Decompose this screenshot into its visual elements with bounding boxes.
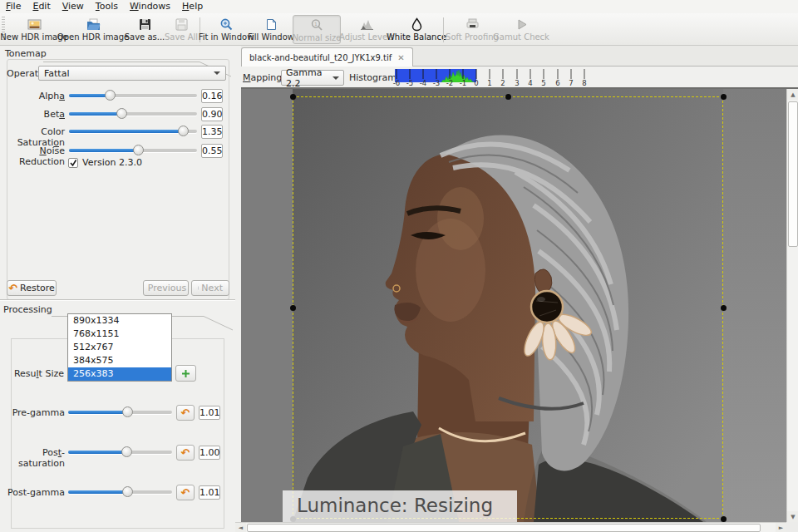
post-gamma-slider[interactable] — [68, 490, 172, 494]
histogram-tick-label: 0 — [474, 79, 478, 87]
vertical-scroll-thumb[interactable] — [788, 101, 798, 247]
slider-handle[interactable] — [121, 446, 132, 457]
adjust-levels-icon — [360, 17, 374, 32]
normal-size-button[interactable]: 1 Normal size — [293, 15, 341, 44]
version-230-checkbox[interactable]: Version 2.3.0 — [68, 157, 142, 168]
histogram-tick-label: 7 — [569, 79, 573, 87]
pre-gamma-slider[interactable] — [68, 411, 172, 414]
gamut-check-button[interactable]: Gamut Check — [497, 15, 545, 44]
alpha-label: Alpha — [3, 91, 65, 101]
slider-handle[interactable] — [133, 145, 144, 155]
slider-handle[interactable] — [116, 108, 127, 119]
save-all-icon — [175, 17, 189, 32]
image-tab[interactable]: black-and-beautiful_t20_JYK1x9.tif ✕ — [241, 47, 413, 66]
next-button[interactable]: Next — [191, 280, 229, 296]
color-saturation-slider[interactable] — [69, 130, 197, 133]
new-hdr-image-button[interactable]: New HDR image — [7, 15, 62, 44]
size-option[interactable]: 512x767 — [68, 341, 171, 354]
selection-handle-top-right[interactable] — [721, 94, 727, 100]
histogram-tick-label: 1 — [487, 79, 491, 87]
post-saturation-slider[interactable] — [68, 451, 172, 454]
scroll-left-icon[interactable]: ◄ — [235, 523, 246, 532]
toolbar-label: White Balance — [387, 32, 446, 42]
mapping-combobox[interactable]: Gamma 2.2 — [281, 70, 344, 86]
histogram-tick-label: -2 — [446, 79, 453, 87]
toolbar-separator — [443, 17, 444, 42]
save-as-button[interactable]: Save as... — [126, 15, 164, 44]
selection-handle-bottom-right[interactable] — [721, 516, 727, 522]
slider-handle[interactable] — [105, 90, 116, 101]
menu-edit[interactable]: Edit — [27, 0, 56, 13]
scroll-right-icon[interactable]: ► — [776, 523, 786, 532]
undo-icon: ↶ — [181, 407, 190, 418]
fit-in-window-icon — [219, 17, 234, 32]
menu-tools[interactable]: Tools — [90, 0, 124, 13]
result-size-dropdown-list: 890x1334 768x1151 512x767 384x575 256x38… — [67, 313, 172, 382]
add-size-button[interactable] — [175, 365, 196, 382]
size-option[interactable]: 890x1334 — [68, 314, 171, 328]
arrow-right-icon — [198, 283, 199, 293]
white-balance-icon — [410, 17, 424, 32]
soft-proofing-icon — [466, 17, 480, 32]
menu-file[interactable]: File — [0, 0, 27, 13]
menu-windows[interactable]: Windows — [124, 0, 176, 13]
horizontal-scroll-thumb[interactable] — [247, 524, 761, 532]
white-balance-button[interactable]: White Balance — [392, 15, 441, 44]
histogram-tick-label: -5 — [406, 79, 413, 87]
histogram-tick-label: 6 — [555, 79, 559, 87]
post-saturation-value[interactable]: 1.00 — [199, 446, 220, 460]
beta-value[interactable]: 0.90 — [201, 107, 223, 121]
size-option[interactable]: 384x575 — [68, 354, 171, 367]
selection-handle-top-left[interactable] — [290, 94, 296, 100]
slider-fill — [68, 490, 127, 494]
selection-handle-left-middle[interactable] — [290, 305, 296, 311]
soft-proofing-button[interactable]: Soft Proofing — [447, 15, 497, 44]
size-option-selected[interactable]: 256x383 — [68, 367, 171, 381]
post-gamma-reset-button[interactable]: ↶ — [176, 485, 195, 500]
selection-handle-right-middle[interactable] — [721, 305, 727, 311]
horizontal-scrollbar[interactable]: ◄ ► — [235, 522, 786, 532]
menu-help[interactable]: Help — [176, 0, 209, 13]
post-saturation-reset-button[interactable]: ↶ — [176, 445, 195, 461]
slider-handle[interactable] — [178, 126, 189, 136]
toolbar-label: Save All — [165, 32, 198, 42]
size-option[interactable]: 768x1151 — [68, 328, 171, 341]
post-gamma-value[interactable]: 1.01 — [199, 485, 220, 500]
slider-handle[interactable] — [122, 406, 133, 417]
toolbar-label: Gamut Check — [493, 32, 549, 42]
vertical-scrollbar[interactable]: ▲ ▼ — [786, 89, 798, 522]
resize-selection-rect[interactable] — [293, 96, 723, 519]
slider-handle[interactable] — [122, 486, 133, 497]
color-saturation-value[interactable]: 1.35 — [201, 125, 223, 139]
toolbar-label: Soft Proofing — [446, 32, 499, 42]
adjust-levels-button[interactable]: Adjust Levels — [342, 15, 392, 44]
beta-label: Beta — [3, 109, 65, 120]
alpha-value[interactable]: 0.16 — [201, 89, 223, 103]
save-as-icon — [138, 17, 152, 32]
scrollbar-corner-grip[interactable] — [786, 522, 798, 532]
menu-view[interactable]: View — [57, 0, 90, 13]
svg-text:1: 1 — [314, 21, 318, 27]
noise-reduction-slider[interactable] — [69, 149, 197, 152]
slider-fill — [68, 451, 126, 454]
operator-combobox[interactable]: Fattal — [38, 66, 226, 81]
scroll-down-icon[interactable]: ▼ — [787, 511, 798, 522]
alpha-slider[interactable] — [69, 94, 197, 97]
fill-window-button[interactable]: Fill Window — [250, 15, 292, 44]
undo-icon: ↶ — [181, 487, 190, 498]
selection-handle-top-middle[interactable] — [505, 94, 511, 100]
slider-fill — [69, 130, 183, 133]
fit-in-window-button[interactable]: Fit in Window — [203, 15, 249, 44]
previous-button[interactable]: Previous — [143, 280, 189, 296]
scroll-up-icon[interactable]: ▲ — [787, 89, 798, 100]
pre-gamma-value[interactable]: 1.01 — [199, 406, 220, 420]
tab-close-icon[interactable]: ✕ — [397, 53, 404, 62]
histogram-tick-label: 4 — [528, 79, 532, 87]
image-canvas[interactable]: Luminance: Resizing — [241, 89, 786, 522]
beta-slider[interactable] — [69, 112, 197, 116]
save-all-button[interactable]: Save All — [165, 15, 197, 44]
open-hdr-image-button[interactable]: Open HDR image — [63, 15, 123, 44]
restore-button[interactable]: ↶ Restore — [7, 280, 57, 296]
noise-reduction-value[interactable]: 0.55 — [201, 144, 223, 158]
pre-gamma-reset-button[interactable]: ↶ — [176, 405, 195, 421]
